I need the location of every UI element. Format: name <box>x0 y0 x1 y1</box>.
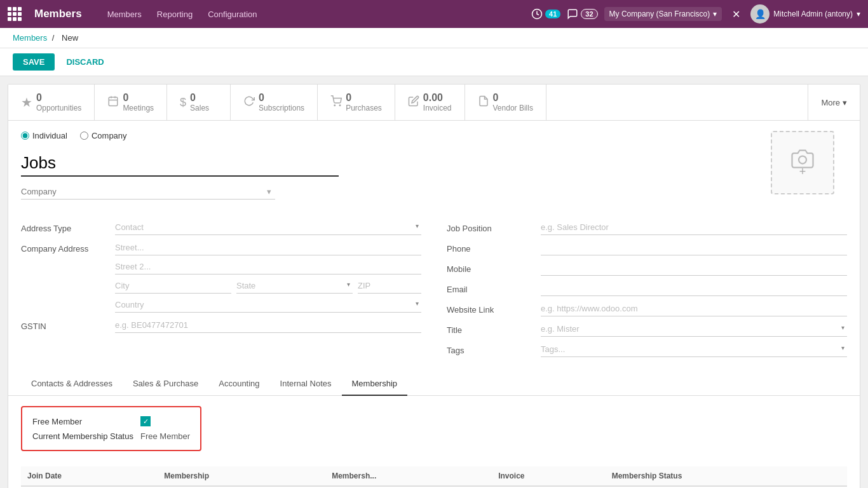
gstin-input[interactable] <box>115 318 421 333</box>
svg-point-6 <box>339 105 341 106</box>
company-address-row: Company Address State <box>21 240 421 313</box>
save-button[interactable]: SAVE <box>13 53 55 71</box>
refresh-icon <box>243 95 255 110</box>
individual-label: Individual <box>32 131 67 140</box>
mobile-row: Mobile <box>447 261 847 276</box>
mobile-label: Mobile <box>447 261 536 274</box>
company-name: My Company (San Francisco) <box>609 10 710 18</box>
current-status-row: Current Membership Status Free Member <box>32 431 190 441</box>
tab-contacts[interactable]: Contacts & Addresses <box>21 372 123 396</box>
avatar: 👤 <box>750 4 770 24</box>
smart-btn-invoiced[interactable]: 0.00 Invoiced <box>395 85 465 120</box>
doc-icon <box>478 95 489 110</box>
smart-btn-meetings[interactable]: 0 Meetings <box>95 85 167 120</box>
nav-members[interactable]: Members <box>101 6 148 23</box>
smart-btn-opportunities-text: 0 Opportunities <box>36 92 81 112</box>
nav-reporting[interactable]: Reporting <box>151 6 199 23</box>
tab-membership[interactable]: Membership <box>342 372 408 396</box>
company-chevron-icon: ▾ <box>713 10 717 18</box>
close-icon[interactable]: ✕ <box>728 7 744 22</box>
tab-content-membership: Free Member ✓ Current Membership Status … <box>8 396 860 488</box>
smart-btn-vendor-bills[interactable]: 0 Vendor Bills <box>465 85 546 120</box>
street-input[interactable] <box>115 240 421 255</box>
user-name: Mitchell Admin (antony) <box>773 10 853 18</box>
app-grid-icon[interactable] <box>8 7 22 21</box>
company-selector[interactable]: My Company (San Francisco) ▾ <box>604 7 722 21</box>
toolbar: SAVE DISCARD <box>0 48 868 76</box>
address-type-select-wrapper: Contact Invoice Address Delivery Address <box>115 220 421 235</box>
address-form: Address Type Contact Invoice Address Del… <box>21 220 847 362</box>
tab-notes[interactable]: Internal Notes <box>270 372 342 396</box>
dollar-icon: $ <box>180 96 186 109</box>
smart-btn-subscriptions[interactable]: 0 Subscriptions <box>231 85 318 120</box>
website-input[interactable] <box>541 301 847 316</box>
mobile-input[interactable] <box>541 261 847 276</box>
svg-rect-1 <box>109 97 118 106</box>
street2-input[interactable] <box>115 259 421 274</box>
activity-icon-btn[interactable]: 41 <box>531 8 560 20</box>
edit-icon <box>408 95 419 110</box>
individual-radio[interactable] <box>21 132 29 140</box>
membership-table: Join Date Membership Membersh... Invoice… <box>21 466 847 487</box>
more-button[interactable]: More ▾ <box>808 85 860 120</box>
breadcrumb-separator: / <box>52 33 57 43</box>
top-nav-right: 41 32 My Company (San Francisco) ▾ ✕ 👤 M… <box>531 4 860 24</box>
smart-btn-sales-text: 0 Sales <box>190 92 209 112</box>
photo-plus-icon: + <box>799 165 806 179</box>
tab-accounting[interactable]: Accounting <box>208 372 269 396</box>
breadcrumb-parent[interactable]: Members <box>13 33 47 43</box>
website-label: Website Link <box>447 301 536 315</box>
address-type-label: Address Type <box>21 220 110 233</box>
photo-placeholder[interactable]: + <box>771 131 834 194</box>
email-row: Email <box>447 281 847 296</box>
state-select[interactable]: State <box>236 278 353 294</box>
company-field[interactable] <box>21 184 275 200</box>
more-chevron-icon: ▾ <box>843 98 847 107</box>
form-right: Job Position Phone Mobile Email <box>447 220 847 362</box>
title-label: Title <box>447 322 536 335</box>
star-icon: ★ <box>21 95 32 110</box>
form-card: ★ 0 Opportunities 0 Meetings <box>8 84 860 488</box>
job-position-input[interactable] <box>541 220 847 235</box>
col-membership: Membership <box>158 466 325 486</box>
app-title: Members <box>34 8 82 20</box>
nav-configuration[interactable]: Configuration <box>201 6 263 23</box>
website-row: Website Link <box>447 301 847 316</box>
discard-button[interactable]: DISCARD <box>61 53 109 71</box>
city-input[interactable] <box>115 278 231 294</box>
tags-select-wrapper: Tags... <box>541 342 847 357</box>
form-left: Address Type Contact Invoice Address Del… <box>21 220 421 362</box>
messages-icon-btn[interactable]: 32 <box>567 8 597 20</box>
title-row: Title e.g. Mister Mr. Mrs. Ms. Dr. <box>447 322 847 337</box>
country-select[interactable]: Country <box>115 297 421 313</box>
company-radio[interactable] <box>80 132 88 140</box>
phone-row: Phone <box>447 240 847 255</box>
address-type-select[interactable]: Contact Invoice Address Delivery Address <box>115 220 421 235</box>
individual-radio-label[interactable]: Individual <box>21 131 67 140</box>
title-select[interactable]: e.g. Mister Mr. Mrs. Ms. Dr. <box>541 322 847 337</box>
smart-btn-opportunities[interactable]: ★ 0 Opportunities <box>8 85 95 120</box>
gstin-row: GSTIN <box>21 318 421 333</box>
free-member-checkbox[interactable]: ✓ <box>140 416 151 426</box>
breadcrumb-current: New <box>62 33 78 43</box>
current-status-value: Free Member <box>140 431 190 441</box>
free-member-label: Free Member <box>32 417 134 426</box>
smart-btn-sales[interactable]: $ 0 Sales <box>167 85 231 120</box>
form-name-row: Individual Company ▾ <box>21 131 847 210</box>
address-type-row: Address Type Contact Invoice Address Del… <box>21 220 421 235</box>
smart-btn-vendor-bills-text: 0 Vendor Bills <box>493 92 533 112</box>
photo-area[interactable]: + <box>771 131 834 194</box>
email-input[interactable] <box>541 281 847 296</box>
tab-sales[interactable]: Sales & Purchase <box>123 372 208 396</box>
company-radio-label[interactable]: Company <box>80 131 127 140</box>
zip-input[interactable] <box>358 278 421 294</box>
name-field[interactable] <box>21 151 339 177</box>
user-menu[interactable]: 👤 Mitchell Admin (antony) ▾ <box>750 4 860 24</box>
smart-btn-purchases[interactable]: 0 Purchases <box>318 85 395 120</box>
form-top: Individual Company ▾ <box>8 121 860 362</box>
tags-row: Tags Tags... <box>447 342 847 357</box>
company-address-label: Company Address <box>21 240 110 254</box>
tags-select[interactable]: Tags... <box>541 342 847 357</box>
email-label: Email <box>447 281 536 294</box>
phone-input[interactable] <box>541 240 847 255</box>
